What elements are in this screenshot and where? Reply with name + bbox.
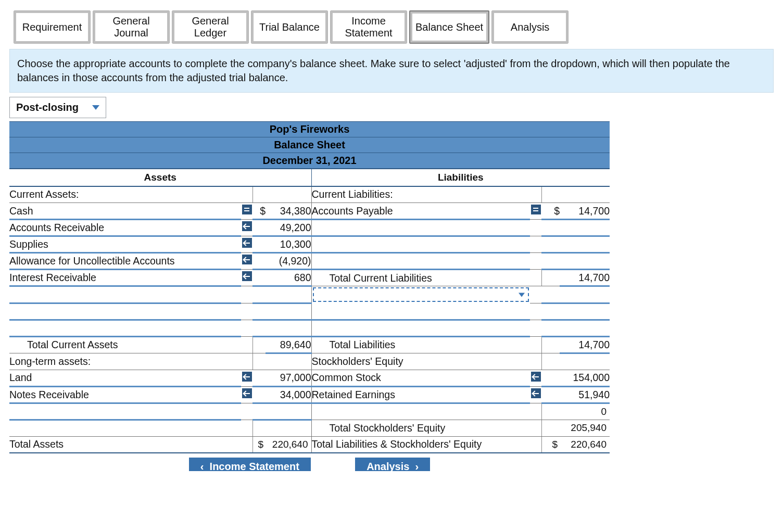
statement-title: Balance Sheet — [9, 137, 610, 153]
account-slot[interactable] — [9, 320, 241, 336]
dollar-sign: $ — [252, 436, 266, 453]
account-allowance[interactable]: Allowance for Uncollectible Accounts — [9, 253, 241, 270]
account-slot[interactable] — [311, 236, 530, 253]
chevron-down-icon — [92, 105, 99, 110]
liabilities-header: Liabilities — [311, 169, 610, 186]
value-slot[interactable] — [266, 303, 311, 320]
account-slot[interactable] — [311, 220, 530, 236]
value-land[interactable]: 97,000 — [266, 370, 311, 386]
account-notes-rec[interactable]: Notes Receivable — [9, 386, 241, 403]
value-tse: 205,940 — [560, 420, 610, 436]
value-slot[interactable] — [266, 286, 311, 303]
value-allowance[interactable]: (4,920) — [266, 253, 311, 270]
account-slot[interactable] — [9, 286, 241, 303]
reset-icon[interactable] — [241, 370, 252, 386]
account-badge-icon[interactable] — [241, 203, 252, 220]
account-retained-earnings[interactable]: Retained Earnings — [311, 386, 530, 403]
account-land[interactable]: Land — [9, 370, 241, 386]
account-slot[interactable] — [9, 303, 241, 320]
account-ap[interactable]: Accounts Payable — [311, 203, 530, 220]
tab-analysis[interactable]: Analysis — [491, 10, 569, 44]
next-button[interactable]: Analysis › — [355, 458, 430, 471]
value-slot[interactable] — [560, 286, 610, 303]
reset-icon[interactable] — [241, 220, 252, 236]
reset-icon[interactable] — [241, 270, 252, 286]
current-liabilities-label: Current Liabilities: — [311, 186, 530, 203]
value-interest[interactable]: 680 — [266, 270, 311, 286]
reset-icon[interactable] — [530, 370, 541, 386]
tab-requirement[interactable]: Requirement — [14, 10, 91, 44]
account-supplies[interactable]: Supplies — [9, 236, 241, 253]
value-slot[interactable] — [560, 220, 610, 236]
balance-type-dropdown[interactable]: Post-closing — [9, 97, 106, 118]
company-name: Pop's Fireworks — [9, 122, 610, 137]
statement-date: December 31, 2021 — [9, 153, 610, 169]
value-slot[interactable] — [266, 320, 311, 336]
value-slot[interactable] — [560, 253, 610, 270]
account-common-stock[interactable]: Common Stock — [311, 370, 530, 386]
value-supplies[interactable]: 10,300 — [266, 236, 311, 253]
tab-general-ledger[interactable]: GeneralLedger — [172, 10, 249, 44]
tab-trial-balance[interactable]: Trial Balance — [251, 10, 328, 44]
value-ap[interactable]: 14,700 — [560, 203, 610, 220]
reset-icon[interactable] — [530, 386, 541, 403]
value-slot[interactable] — [560, 236, 610, 253]
stockholders-equity-label: Stockholders' Equity — [311, 353, 530, 370]
value-slot[interactable] — [560, 320, 610, 336]
account-ar[interactable]: Accounts Receivable — [9, 220, 241, 236]
value-cash[interactable]: 34,380 — [266, 203, 311, 220]
value-slot[interactable] — [266, 403, 311, 420]
value-tcl: 14,700 — [560, 270, 610, 286]
tab-general-journal[interactable]: GeneralJournal — [93, 10, 170, 44]
value-tlse: 220,640 — [560, 436, 610, 453]
tab-bar: Requirement GeneralJournal GeneralLedger… — [9, 10, 774, 44]
tab-income-statement[interactable]: IncomeStatement — [330, 10, 407, 44]
value-slot[interactable] — [560, 303, 610, 320]
tab-balance-sheet[interactable]: Balance Sheet — [409, 10, 489, 44]
account-slot[interactable] — [9, 403, 241, 420]
total-liabilities-label: Total Liabilities — [311, 336, 530, 353]
dollar-sign: $ — [252, 203, 266, 220]
account-interest-rec[interactable]: Interest Receivable — [9, 270, 241, 286]
total-current-assets-label: Total Current Assets — [9, 336, 241, 353]
reset-icon[interactable] — [241, 236, 252, 253]
balance-sheet-table: Pop's Fireworks Balance Sheet December 3… — [9, 121, 610, 453]
account-slot[interactable] — [311, 320, 530, 336]
total-assets-label: Total Assets — [9, 436, 241, 453]
total-current-liabilities-label: Total Current Liabilities — [311, 270, 530, 286]
reset-icon[interactable] — [241, 253, 252, 270]
value-cs[interactable]: 154,000 — [560, 370, 610, 386]
dollar-sign: $ — [541, 203, 560, 220]
account-cash[interactable]: Cash — [9, 203, 241, 220]
account-slot[interactable] — [311, 253, 530, 270]
value-zero: 0 — [560, 403, 610, 420]
dollar-sign: $ — [541, 436, 560, 453]
value-ar[interactable]: 49,200 — [266, 220, 311, 236]
value-re[interactable]: 51,940 — [560, 386, 610, 403]
assets-header: Assets — [9, 169, 311, 186]
current-assets-label: Current Assets: — [9, 186, 241, 203]
account-slot[interactable] — [311, 303, 530, 320]
account-badge-icon[interactable] — [530, 203, 541, 220]
long-term-assets-label: Long-term assets: — [9, 353, 241, 370]
total-lse-label: Total Liabilities & Stockholders' Equity — [311, 436, 530, 453]
total-se-label: Total Stockholders' Equity — [311, 420, 530, 436]
value-tl: 14,700 — [560, 336, 610, 353]
account-dropdown-active[interactable] — [313, 287, 529, 302]
prev-button[interactable]: ‹ Income Statement — [189, 458, 311, 471]
value-tca: 89,640 — [266, 336, 311, 353]
value-ta: 220,640 — [266, 436, 311, 453]
instruction-text: Choose the appropriate accounts to compl… — [9, 49, 774, 93]
value-notes[interactable]: 34,000 — [266, 386, 311, 403]
reset-icon[interactable] — [241, 386, 252, 403]
